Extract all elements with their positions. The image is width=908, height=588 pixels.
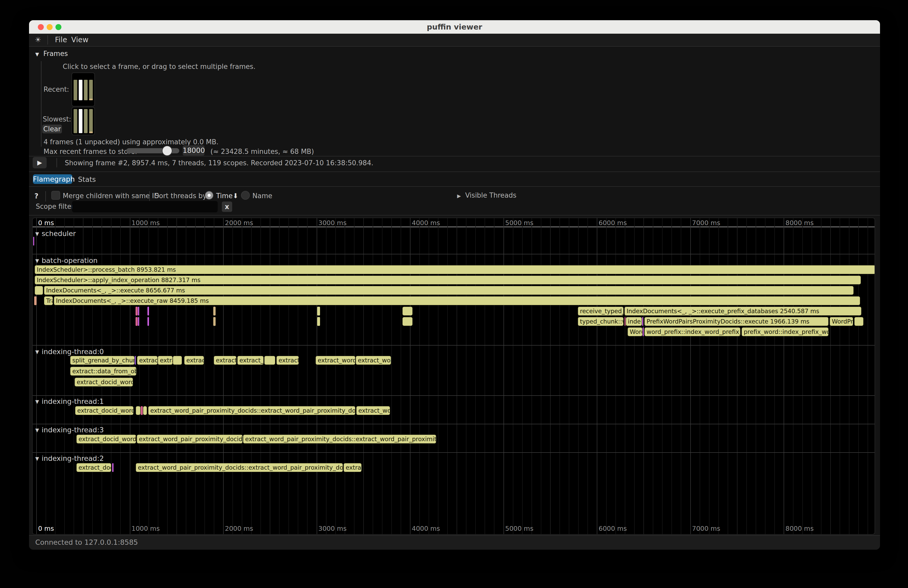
visible-threads-header[interactable]: ▶ Visible Threads — [457, 191, 517, 199]
flame-scope-bar[interactable]: IndexScheduler>::process_batch 8953.821 … — [35, 265, 875, 274]
flame-scope-bar[interactable]: extract_docid_word — [76, 435, 136, 443]
flame-scope-bar[interactable]: extract_word_pair_proximity_docids::extr… — [136, 463, 343, 472]
flame-scope-bar[interactable] — [35, 286, 43, 295]
thread-section-header[interactable]: ▼scheduler — [35, 230, 76, 238]
recent-label: Recent: — [43, 85, 69, 93]
flame-scope-bar[interactable] — [135, 356, 136, 365]
separator — [29, 215, 880, 215]
flame-scope-bar[interactable] — [141, 406, 143, 415]
flame-scope-bar[interactable]: extract — [277, 356, 299, 365]
flame-scope-bar[interactable]: Word — [628, 328, 642, 336]
flame-scope-bar[interactable] — [34, 296, 37, 305]
flame-scope-bar[interactable] — [854, 317, 863, 326]
flame-scope-bar[interactable]: typed_chunk::w — [578, 317, 623, 326]
scope-filter-input[interactable] — [72, 201, 218, 212]
flame-scope-bar[interactable] — [642, 328, 644, 336]
collapse-triangle-icon: ▼ — [35, 51, 39, 57]
thread-section-header[interactable]: ▼indexing-thread:0 — [35, 348, 104, 356]
separator-vertical — [149, 191, 150, 201]
flame-scope-bar[interactable]: extract_wo — [356, 356, 391, 365]
flame-scope-bar[interactable]: IndexDocuments<_, _>::execute_prefix_dat… — [625, 307, 861, 315]
flame-scope-bar[interactable] — [135, 317, 138, 326]
clear-button[interactable]: Clear — [42, 125, 62, 133]
thread-section-header[interactable]: ▼batch-operation — [35, 257, 98, 265]
frames-section-header[interactable]: ▼ Frames — [35, 50, 68, 58]
merge-children-checkbox[interactable] — [51, 191, 60, 200]
flame-scope-bar[interactable] — [143, 406, 147, 415]
flame-scope-bar[interactable]: split_grenad_by_chun — [70, 356, 135, 365]
frame-thumbnail-stripe — [84, 80, 88, 100]
play-icon: ▶ — [33, 157, 47, 169]
flame-scope-bar[interactable]: extract_word_pair_proximity_docids::extr… — [243, 435, 436, 443]
menu-file[interactable]: File — [55, 34, 67, 46]
sort-time-radio[interactable] — [205, 191, 214, 200]
flame-scope-bar[interactable]: extract_wo — [356, 406, 390, 415]
max-frames-value[interactable]: 18000 — [183, 145, 204, 156]
tab-flamegraph[interactable]: Flamegraph — [33, 174, 72, 184]
thread-section-header[interactable]: ▼indexing-thread:2 — [35, 454, 104, 463]
theme-sun-icon[interactable]: ☀ — [35, 34, 41, 46]
flame-scope-bar[interactable]: IndexDocuments<_, _>::execute 8656.677 m… — [44, 286, 853, 295]
flame-scope-bar[interactable]: IndexScheduler>::apply_index_operation 8… — [35, 276, 861, 284]
flame-scope-bar[interactable]: word_prefix::index_word_prefix_ — [644, 328, 741, 336]
thread-name: indexing-thread:2 — [42, 454, 104, 463]
flame-scope-bar[interactable]: prefix_word::index_prefix_wo — [742, 328, 828, 336]
flame-scope-bar[interactable] — [136, 406, 140, 415]
flame-scope-bar[interactable] — [317, 317, 320, 326]
flame-scope-bar[interactable] — [213, 307, 216, 315]
ruler-separator — [33, 227, 874, 227]
flame-scope-bar[interactable]: extra — [158, 356, 172, 365]
flame-scope-bar[interactable] — [625, 317, 626, 326]
slowest-frames-thumbnail[interactable] — [71, 107, 95, 135]
flame-scope-bar[interactable]: extrac — [184, 356, 204, 365]
tab-stats[interactable]: Stats — [78, 175, 96, 183]
sort-name-radio[interactable] — [241, 191, 250, 200]
flame-scope-bar[interactable]: extrac — [344, 463, 362, 472]
flame-scope-bar[interactable]: extract — [137, 356, 158, 365]
flame-scope-bar[interactable]: Trans — [44, 296, 53, 305]
flame-scope-bar[interactable]: PrefixWordPairsProximityDocids::execute … — [644, 317, 828, 326]
flame-scope-bar[interactable]: inde — [626, 317, 642, 326]
flame-scope-bar[interactable] — [173, 356, 182, 365]
flame-scope-bar[interactable]: extract_docid_word — [75, 378, 133, 387]
flame-scope-bar[interactable]: receive_typed_ — [578, 307, 623, 315]
play-button[interactable]: ▶ — [33, 157, 47, 169]
flame-scope-bar[interactable]: WordPr — [830, 317, 853, 326]
flame-scope-bar[interactable] — [317, 307, 320, 315]
flame-scope-bar[interactable]: extract_word_pair_proximity_docids::extr… — [148, 406, 355, 415]
thread-section-header[interactable]: ▼indexing-thread:1 — [35, 397, 104, 405]
flame-scope-bar[interactable] — [147, 307, 149, 315]
clear-filter-button[interactable]: x — [222, 201, 232, 212]
thread-section-separator — [33, 424, 874, 424]
collapse-triangle-icon: ▼ — [35, 456, 39, 461]
flame-scope-bar[interactable]: extract_doc — [76, 463, 111, 472]
help-button[interactable]: ? — [34, 192, 39, 200]
flame-scope-bar[interactable] — [147, 317, 149, 326]
thread-section-header[interactable]: ▼indexing-thread:3 — [35, 426, 104, 434]
sort-descending-arrow-icon[interactable]: ⬇ — [233, 192, 238, 200]
flame-scope-bar[interactable]: IndexDocuments<_, _>::execute_raw 8459.1… — [54, 296, 860, 305]
ruler-tick-label: 1000 ms — [132, 219, 160, 227]
flame-scope-bar[interactable] — [402, 317, 412, 326]
flamegraph-canvas[interactable]: 0 ms0 ms1000 ms1000 ms2000 ms2000 ms3000… — [32, 218, 875, 535]
flame-scope-bar[interactable]: extract_ — [237, 356, 264, 365]
flame-scope-bar[interactable] — [138, 307, 139, 315]
menu-view[interactable]: View — [71, 34, 89, 46]
separator-vertical — [56, 158, 57, 167]
max-frames-slider-knob[interactable] — [162, 146, 172, 156]
flame-scope-bar[interactable] — [213, 317, 216, 326]
flame-scope-bar[interactable]: extract::data_from_ob — [70, 367, 136, 376]
recent-frames-thumbnail[interactable] — [71, 72, 95, 106]
flame-scope-bar[interactable] — [642, 317, 643, 326]
flame-scope-bar[interactable]: extract_word_pair_proximity_docids — [137, 435, 243, 443]
flame-scope-bar[interactable] — [112, 463, 114, 472]
flame-scope-bar[interactable] — [264, 356, 275, 365]
flame-scope-bar[interactable] — [138, 317, 139, 326]
frame-thumbnail-stripe — [89, 109, 93, 133]
flame-scope-bar[interactable] — [402, 307, 412, 315]
flame-scope-bar[interactable]: extract_word — [316, 356, 355, 365]
flame-scope-bar[interactable]: extract_ — [214, 356, 236, 365]
flame-scope-bar[interactable] — [33, 237, 34, 246]
flame-scope-bar[interactable] — [135, 307, 138, 315]
flame-scope-bar[interactable]: extract_docid_word — [75, 406, 134, 415]
